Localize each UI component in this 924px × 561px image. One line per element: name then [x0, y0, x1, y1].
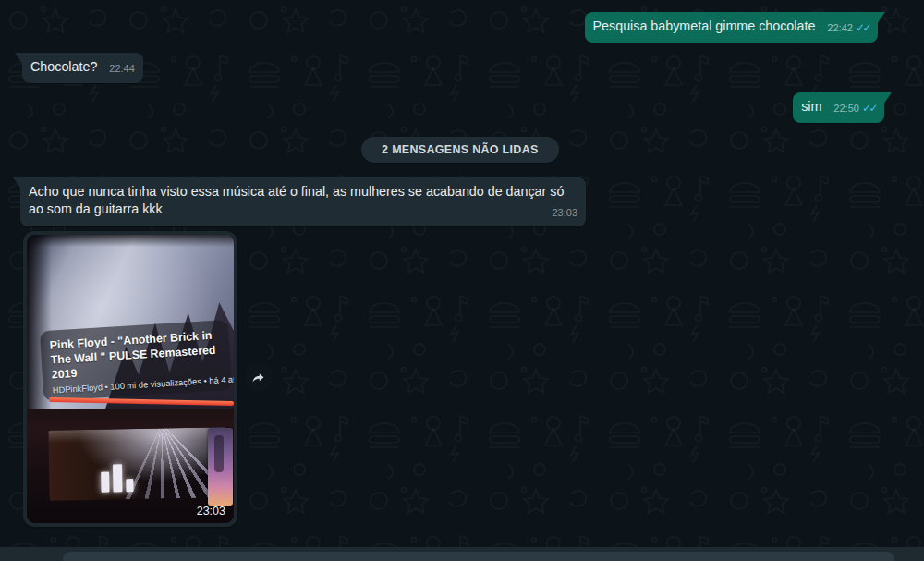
message-text: Pesquisa babymetal gimme chocolate: [593, 18, 816, 33]
screen-light-bar: [126, 479, 133, 492]
screen-light-bar: [113, 464, 123, 492]
message-time: 22:50: [833, 103, 859, 114]
forward-button[interactable]: [244, 363, 273, 392]
video-thumbnail[interactable]: Pink Floyd - "Another Brick in The Wall …: [27, 235, 234, 523]
message-incoming[interactable]: Chocolate? 22:44: [22, 53, 143, 83]
read-receipt-icon: ✓✓: [856, 21, 869, 34]
message-text: sim: [801, 99, 821, 114]
read-receipt-icon: ✓✓: [862, 102, 876, 115]
unread-messages-divider: 2 MENSAGENS NÃO LIDAS: [361, 137, 559, 163]
message-text: Chocolate?: [30, 59, 97, 74]
message-outgoing[interactable]: Pesquisa babymetal gimme chocolate 22:42…: [585, 12, 878, 43]
screen-light-bar: [101, 472, 109, 493]
video-message[interactable]: Pink Floyd - "Another Brick in The Wall …: [23, 231, 237, 527]
message-time: 22:44: [109, 60, 135, 78]
message-time: 23:03: [552, 204, 578, 222]
composer-bar: [0, 547, 924, 561]
youtube-video-title: Pink Floyd - "Another Brick in The Wall …: [49, 327, 222, 382]
message-time: 23:03: [197, 505, 225, 518]
stage-light-beams: [48, 427, 226, 500]
message-meta: 22:42✓✓: [827, 19, 869, 37]
message-text: Acho que nunca tinha visto essa música a…: [29, 184, 564, 216]
youtube-title-card: Pink Floyd - "Another Brick in The Wall …: [40, 320, 232, 401]
message-incoming[interactable]: Acho que nunca tinha visto essa música a…: [20, 177, 586, 226]
vertical-video-inset: [208, 428, 233, 506]
message-outgoing[interactable]: sim 22:50✓✓: [793, 92, 884, 123]
vertical-video-figure: [214, 435, 224, 472]
chat-screen: Pesquisa babymetal gimme chocolate 22:42…: [0, 0, 924, 561]
message-input[interactable]: [63, 552, 894, 561]
message-meta: 22:50✓✓: [833, 100, 876, 117]
concert-arena: [48, 427, 226, 500]
forward-icon: [250, 370, 266, 385]
message-time: 22:42: [827, 22, 853, 33]
